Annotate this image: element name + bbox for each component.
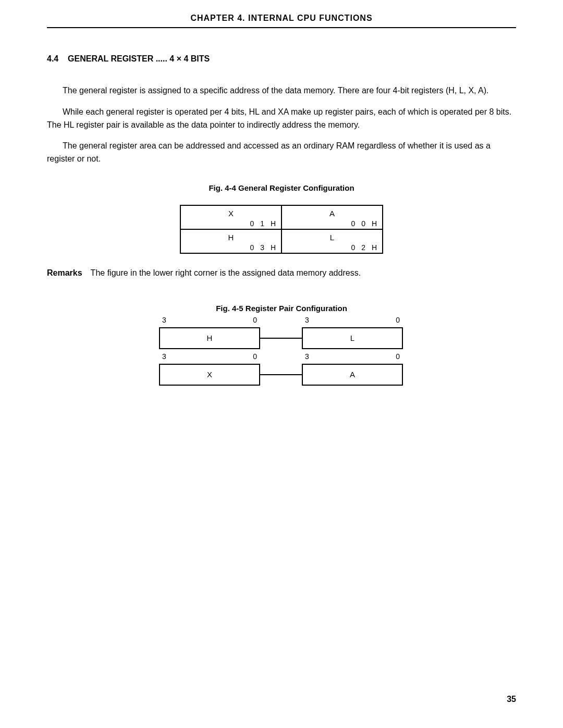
reg-cell-a: A 0 0 H <box>282 205 383 229</box>
remarks-line: RemarksThe figure in the lower right cor… <box>47 268 516 278</box>
pair-reg-name: L <box>350 334 354 342</box>
reg-addr: 0 0 H <box>351 219 379 228</box>
reg-name: X <box>228 209 234 218</box>
pair-box-left: 3 0 X <box>159 364 260 386</box>
bit-label-lo: 0 <box>253 316 257 324</box>
reg-cell-h: H 0 3 H <box>180 229 282 253</box>
pair-reg-name: A <box>350 370 355 379</box>
pair-reg-name: X <box>207 370 212 379</box>
remarks-label: Remarks <box>47 268 82 277</box>
bit-label-lo: 0 <box>253 352 257 361</box>
bit-label-hi: 3 <box>162 316 166 324</box>
figure-4-5-caption: Fig. 4-5 Register Pair Configuration <box>47 304 516 313</box>
register-pair-diagram: 3 0 H 3 0 L 3 0 X 3 0 A <box>159 327 404 386</box>
body-paragraph-1: The general register is assigned to a sp… <box>47 84 516 97</box>
pair-reg-name: H <box>207 334 213 342</box>
pair-connector <box>260 338 302 339</box>
bit-label-lo: 0 <box>396 352 400 361</box>
reg-name: H <box>228 233 234 242</box>
chapter-header: CHAPTER 4. INTERNAL CPU FUNCTIONS <box>47 14 516 28</box>
section-number: 4.4 <box>47 54 58 63</box>
figure-4-4-caption: Fig. 4-4 General Register Configuration <box>47 183 516 192</box>
pair-connector <box>260 374 302 375</box>
pair-box-right: 3 0 L <box>302 327 403 349</box>
pair-row-xa: 3 0 X 3 0 A <box>159 364 404 386</box>
reg-name: L <box>330 233 334 242</box>
pair-row-hl: 3 0 H 3 0 L <box>159 327 404 349</box>
page-number: 35 <box>507 695 516 704</box>
body-paragraph-2: While each general register is operated … <box>47 106 516 132</box>
section-heading: GENERAL REGISTER ..... 4 × 4 BITS <box>68 54 210 63</box>
section-title: 4.4 GENERAL REGISTER ..... 4 × 4 BITS <box>47 54 516 64</box>
reg-addr: 0 1 H <box>250 219 278 228</box>
remarks-text: The figure in the lower right corner is … <box>91 268 361 277</box>
reg-cell-x: X 0 1 H <box>180 205 282 229</box>
pair-box-left: 3 0 H <box>159 327 260 349</box>
reg-cell-l: L 0 2 H <box>282 229 383 253</box>
reg-addr: 0 2 H <box>351 243 379 252</box>
bit-label-hi: 3 <box>162 352 166 361</box>
bit-label-hi: 3 <box>305 352 309 361</box>
register-configuration-table: X 0 1 H A 0 0 H H 0 3 H L 0 2 H <box>180 205 383 254</box>
reg-name: A <box>329 209 335 218</box>
pair-box-right: 3 0 A <box>302 364 403 386</box>
body-paragraph-3: The general register area can be address… <box>47 140 516 166</box>
bit-label-hi: 3 <box>305 316 309 324</box>
bit-label-lo: 0 <box>396 316 400 324</box>
reg-addr: 0 3 H <box>250 243 278 252</box>
